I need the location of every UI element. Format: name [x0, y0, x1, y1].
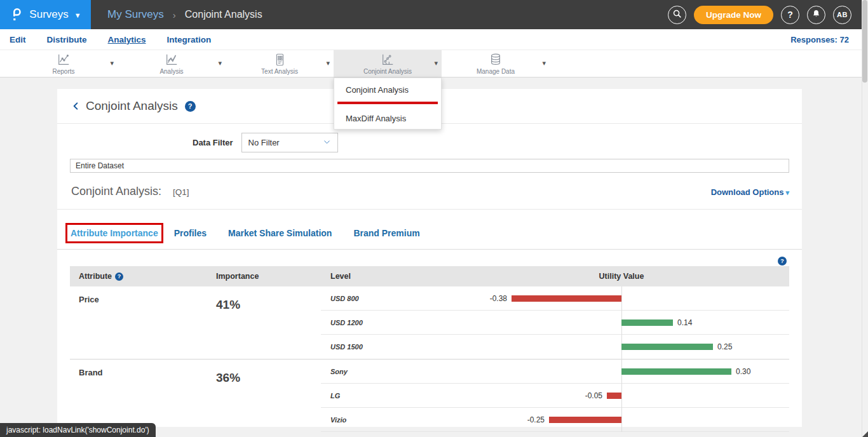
- toolbar-label: Analysis: [159, 68, 183, 75]
- column-header-importance: Importance: [210, 272, 321, 281]
- level-row-lg: LG -0.05: [321, 384, 789, 408]
- table-body: Price 41% USD 800 -0.38 USD 1200 0.14: [70, 286, 789, 432]
- data-filter-row: Data Filter No Filter: [57, 133, 802, 152]
- top-bar: Surveys ▼ My Surveys › Conjoint Analysis…: [0, 0, 868, 29]
- status-bar-link-preview: javascript: loadNavLink('showConjoint.do…: [0, 423, 156, 437]
- section-divider: [57, 209, 802, 210]
- bell-icon: [811, 9, 821, 21]
- toolbar-label: Text Analysis: [261, 68, 298, 75]
- conjoint-dropdown-menu: Conjoint Analysis MaxDiff Analysis: [334, 77, 442, 130]
- product-name: Surveys: [29, 8, 68, 21]
- back-button[interactable]: [71, 101, 80, 111]
- level-row-usd-800: USD 800 -0.38: [321, 286, 789, 311]
- upgrade-now-button[interactable]: Upgrade Now: [694, 6, 773, 24]
- page-title: Conjoint Analysis: [86, 99, 178, 113]
- utility-value-label: -0.05: [585, 391, 602, 400]
- breadcrumb-current: Conjoint Analysis: [185, 9, 262, 20]
- importance-value: 36%: [210, 360, 321, 432]
- toolbar-item-analysis[interactable]: Analysis ▾: [118, 50, 226, 77]
- menu-item-maxdiff-analysis[interactable]: MaxDiff Analysis: [334, 107, 441, 129]
- tab-profiles[interactable]: Profiles: [174, 228, 207, 238]
- toolbar-label: Reports: [52, 68, 74, 75]
- breadcrumb: My Surveys › Conjoint Analysis: [107, 8, 262, 21]
- dataset-field[interactable]: [70, 159, 789, 173]
- table-row: Price 41% USD 800 -0.38 USD 1200 0.14: [70, 286, 789, 360]
- database-icon: [488, 53, 503, 67]
- analysis-heading-row: Conjoint Analysis: [Q1] Download Options…: [71, 185, 789, 198]
- column-header-attribute: Attribute ?: [70, 272, 210, 281]
- level-label: Sony: [330, 368, 348, 375]
- nav-item-integration[interactable]: Integration: [167, 35, 212, 44]
- utility-value-label: -0.25: [527, 415, 545, 424]
- proprofs-surveys-menu[interactable]: Surveys ▼: [0, 0, 91, 29]
- attribute-name: Brand: [70, 360, 210, 432]
- chevron-down-icon: ▾: [785, 189, 789, 196]
- table-row: Brand 36% Sony 0.30 LG -0.05: [70, 360, 789, 432]
- responses-count: Responses: 72: [790, 35, 849, 44]
- reports-dropdown-caret[interactable]: ▾: [110, 59, 114, 67]
- toolbar-item-manage-data[interactable]: Manage Data ▾: [442, 50, 550, 77]
- manage-data-dropdown-caret[interactable]: ▾: [542, 59, 546, 67]
- level-row-vizio: Vizio -0.25: [321, 408, 789, 432]
- proprofs-logo-icon: [10, 7, 24, 22]
- level-label: USD 1200: [330, 319, 363, 326]
- conjoint-dropdown-caret[interactable]: ▾: [434, 59, 438, 67]
- download-options-button[interactable]: Download Options▾: [711, 187, 789, 197]
- menu-item-conjoint-analysis[interactable]: Conjoint Analysis: [334, 78, 441, 100]
- analytics-toolbar: Reports ▾ Analysis ▾ Text Analysis: [0, 50, 862, 77]
- column-header-level: Level: [321, 272, 351, 281]
- nav-item-distribute[interactable]: Distribute: [47, 35, 87, 44]
- text-analysis-dropdown-caret[interactable]: ▾: [326, 59, 330, 67]
- utility-value-label: 0.25: [717, 342, 732, 351]
- tab-attribute-importance[interactable]: Attribute Importance: [71, 228, 158, 238]
- scrollbar-thumb[interactable]: [862, 0, 867, 83]
- table-help-icon[interactable]: ?: [778, 257, 787, 266]
- line-chart-icon: [56, 53, 71, 67]
- toolbar-label: Manage Data: [477, 68, 515, 75]
- annotation-red-box: Attribute Importance: [65, 223, 163, 243]
- trend-chart-icon: [164, 53, 179, 67]
- survey-nav: Edit Distribute Analytics Integration Re…: [0, 29, 862, 50]
- column-header-utility-value: Utility Value: [577, 272, 666, 281]
- title-help-icon[interactable]: ?: [185, 101, 196, 112]
- window-resize-corner-icon: [862, 431, 868, 437]
- toolbar-item-conjoint-analysis[interactable]: Conjoint Analysis ▾: [334, 50, 442, 77]
- toolbar-item-text-analysis[interactable]: Text Analysis ▾: [226, 50, 334, 77]
- data-filter-value: No Filter: [248, 138, 280, 147]
- analysis-tabs: Attribute Importance Profiles Market Sha…: [65, 223, 789, 243]
- level-label: USD 1500: [330, 343, 363, 351]
- tab-market-share-simulation[interactable]: Market Share Simulation: [228, 228, 332, 238]
- attribute-help-icon[interactable]: ?: [115, 272, 123, 281]
- search-icon: [672, 9, 682, 21]
- tab-brand-premium[interactable]: Brand Premium: [353, 228, 419, 238]
- vertical-scrollbar[interactable]: [862, 0, 868, 437]
- utility-bar: [621, 368, 731, 375]
- help-button[interactable]: ?: [781, 6, 799, 24]
- utility-bar: [549, 417, 621, 423]
- nav-item-edit[interactable]: Edit: [10, 35, 26, 44]
- zero-axis-line: [621, 286, 622, 432]
- level-rows: USD 800 -0.38 USD 1200 0.14 USD 1500: [321, 286, 789, 359]
- notifications-button[interactable]: [807, 6, 825, 24]
- level-label: Vizio: [330, 416, 346, 424]
- app-window: Surveys ▼ My Surveys › Conjoint Analysis…: [0, 0, 868, 437]
- search-button[interactable]: [668, 6, 686, 24]
- utility-value-label: -0.38: [490, 294, 507, 303]
- toolbar-item-reports[interactable]: Reports ▾: [10, 50, 118, 77]
- conjoint-chart-icon: [380, 53, 395, 67]
- analysis-dropdown-caret[interactable]: ▾: [218, 59, 222, 67]
- level-row-usd-1200: USD 1200 0.14: [321, 311, 789, 335]
- breadcrumb-my-surveys[interactable]: My Surveys: [107, 8, 164, 21]
- utility-bar: [621, 319, 673, 326]
- tabs-underline: [57, 249, 802, 250]
- avatar[interactable]: AB: [833, 6, 851, 24]
- data-filter-select[interactable]: No Filter: [241, 133, 338, 152]
- importance-value: 41%: [210, 286, 321, 359]
- table-help-row: ?: [57, 254, 787, 263]
- text-report-icon: [272, 53, 287, 67]
- utility-bar: [607, 393, 621, 399]
- toolbar-label: Conjoint Analysis: [363, 68, 412, 75]
- nav-item-analytics[interactable]: Analytics: [108, 35, 146, 44]
- utility-value-label: 0.14: [677, 318, 692, 327]
- level-rows: Sony 0.30 LG -0.05 Vizio -0.25: [321, 360, 789, 432]
